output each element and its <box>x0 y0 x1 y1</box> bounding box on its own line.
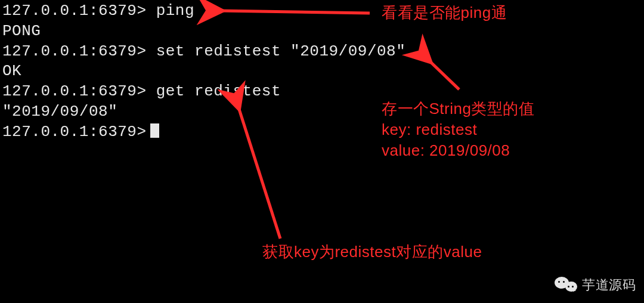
terminal-output: PONG <box>2 21 644 42</box>
terminal-output: OK <box>2 61 644 82</box>
prompt: 127.0.0.1:6379> <box>2 82 147 100</box>
command-text: get redistest <box>156 82 281 100</box>
terminal-window[interactable]: 127.0.0.1:6379> ping PONG 127.0.0.1:6379… <box>0 0 644 303</box>
annotation-store: 存一个String类型的值 key: redistest value: 2019… <box>382 98 534 161</box>
command-text: ping <box>156 2 194 20</box>
command-text: set redistest "2019/09/08" <box>156 42 406 60</box>
annotation-get: 获取key为redistest对应的value <box>262 242 482 262</box>
terminal-output: "2019/09/08" <box>2 102 644 122</box>
terminal-line: 127.0.0.1:6379> set redistest "2019/09/0… <box>2 42 644 62</box>
watermark: 芋道源码 <box>555 276 636 295</box>
annotation-ping: 看看是否能ping通 <box>382 2 507 23</box>
terminal-line: 127.0.0.1:6379> <box>2 122 644 143</box>
cursor <box>150 123 159 138</box>
prompt: 127.0.0.1:6379> <box>2 2 147 20</box>
prompt: 127.0.0.1:6379> <box>2 123 147 141</box>
terminal-line: 127.0.0.1:6379> ping <box>2 1 644 21</box>
watermark-brand: 芋道源码 <box>582 277 636 294</box>
terminal-line: 127.0.0.1:6379> get redistest <box>2 82 644 102</box>
prompt: 127.0.0.1:6379> <box>2 42 147 60</box>
wechat-icon <box>555 276 577 295</box>
